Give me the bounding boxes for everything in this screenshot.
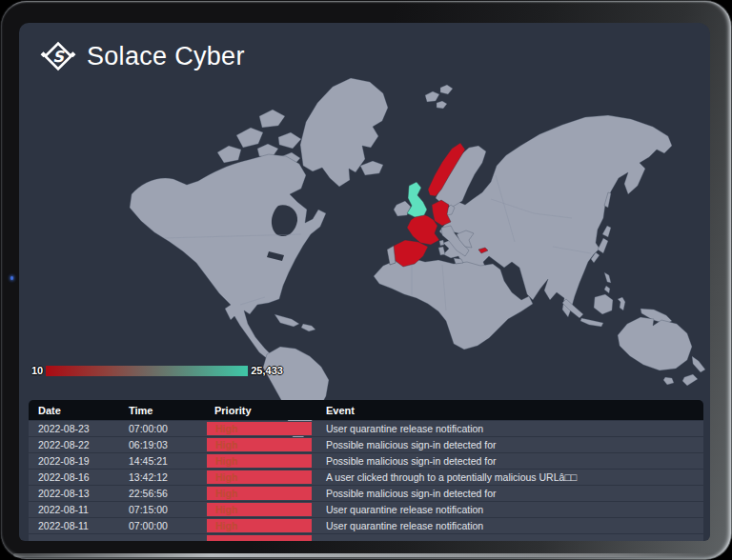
cell-priority: High [205, 453, 316, 469]
column-header-event[interactable]: Event [316, 405, 703, 416]
priority-badge: High [207, 438, 312, 451]
cell-date: 2022-08-13 [29, 488, 119, 499]
column-header-priority[interactable]: Priority [205, 405, 316, 416]
legend-max-label: 25,433 [251, 365, 283, 376]
events-table: Date Time Priority Event 2022-08-23 07:0… [29, 400, 703, 541]
table-row-partial[interactable] [29, 534, 703, 541]
cell-priority [205, 534, 316, 541]
cell-time: 13:42:12 [119, 471, 205, 483]
map-region-caribbean[interactable] [274, 314, 315, 331]
cell-date: 2022-08-19 [29, 455, 119, 467]
dashboard-screen: S Solace Cyber 10 25,433 Date Time Prior… [19, 23, 710, 541]
legend-gradient-bar [46, 366, 248, 376]
column-header-date[interactable]: Date [29, 405, 119, 416]
svg-text:S: S [52, 48, 65, 66]
priority-badge: High [207, 422, 312, 435]
cell-event: Possible malicious sign-in detected for [316, 488, 703, 499]
cell-time: 07:15:00 [119, 504, 205, 515]
priority-badge: High [207, 470, 312, 484]
cell-event: Possible malicious sign-in detected for [316, 455, 703, 467]
priority-badge: High [207, 454, 312, 468]
priority-badge: High [207, 519, 312, 532]
cell-date: 2022-08-22 [29, 439, 119, 450]
table-header-row: Date Time Priority Event [29, 400, 703, 420]
solace-diamond-logo-icon: S [40, 38, 76, 74]
map-region-africa[interactable] [374, 258, 533, 350]
brand-header: S Solace Cyber [40, 38, 245, 74]
table-row[interactable]: 2022-08-19 14:45:21 High Possible malici… [29, 453, 703, 469]
cell-event: Possible malicious sign-in detected for [316, 439, 703, 450]
cell-time: 06:19:03 [119, 439, 205, 450]
cell-date: 2022-08-23 [29, 423, 119, 434]
table-row[interactable]: 2022-08-22 06:19:03 High Possible malici… [29, 437, 703, 452]
table-row[interactable]: 2022-08-23 07:00:00 High User quarantine… [29, 421, 703, 436]
cell-event: User quarantine release notification [316, 423, 703, 434]
cell-priority: High [205, 486, 316, 501]
cell-time: 22:56:56 [119, 488, 205, 499]
cell-time: 07:00:00 [119, 520, 205, 531]
cell-priority: High [205, 421, 316, 436]
map-country-portugal[interactable] [387, 246, 396, 265]
cell-priority: High [205, 518, 316, 533]
priority-badge [207, 535, 312, 541]
map-region-australia[interactable] [618, 317, 692, 385]
legend-min-label: 10 [31, 365, 43, 376]
device-bottom-edge [13, 553, 719, 557]
map-country-united-kingdom[interactable] [407, 182, 427, 217]
cell-date: 2022-08-11 [29, 520, 119, 531]
cell-priority: High [205, 502, 316, 517]
table-row[interactable]: 2022-08-11 07:00:00 High User quarantine… [29, 518, 703, 533]
cell-priority: High [205, 470, 316, 485]
map-region-svalbard[interactable] [425, 85, 453, 109]
column-header-time[interactable]: Time [119, 405, 205, 416]
priority-badge: High [207, 487, 312, 500]
cell-priority: High [205, 437, 316, 452]
cell-date: 2022-08-16 [29, 471, 119, 483]
tablet-device-frame: S Solace Cyber 10 25,433 Date Time Prior… [0, 0, 732, 560]
cell-event: User quarantine release notification [316, 520, 703, 531]
cell-event: A user clicked through to a potentially … [316, 471, 703, 483]
map-region-north-america[interactable] [130, 154, 326, 360]
power-led [10, 276, 13, 280]
cell-date: 2022-08-11 [29, 504, 119, 515]
cell-time: 07:00:00 [119, 423, 205, 434]
table-row[interactable]: 2022-08-13 22:56:56 High Possible malici… [29, 486, 703, 501]
cell-time: 14:45:21 [119, 455, 205, 467]
map-region-iceland[interactable] [360, 161, 383, 175]
table-row[interactable]: 2022-08-11 07:15:00 High User quarantine… [29, 502, 703, 517]
brand-title: Solace Cyber [87, 42, 245, 71]
priority-badge: High [207, 503, 312, 516]
table-row[interactable]: 2022-08-16 13:42:12 High A user clicked … [29, 470, 703, 485]
map-color-legend: 10 25,433 [31, 365, 283, 376]
cell-event: User quarantine release notification [316, 504, 703, 515]
